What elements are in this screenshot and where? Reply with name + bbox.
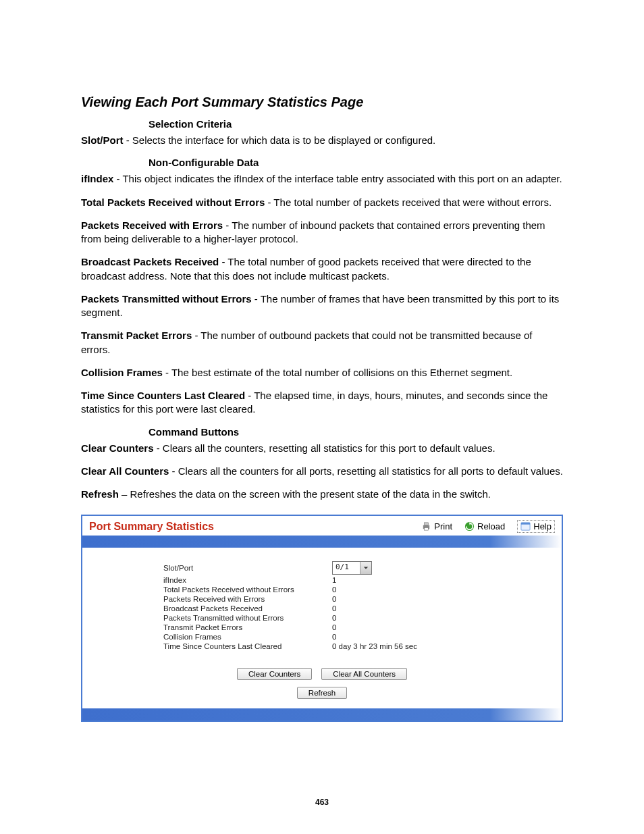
reload-label: Reload [477,521,505,531]
stat-value: 0 [332,604,541,613]
term: Packets Received with Errors [81,219,223,231]
stat-row: Collision Frames0 [103,633,541,641]
term: Time Since Counters Last Cleared [81,390,245,401]
section-command-buttons: Command Buttons [149,426,563,438]
def-clear-all-counters: Clear All Counters - Clears all the coun… [81,465,563,478]
stat-label: Broadcast Packets Received [103,604,332,613]
term: Transmit Packet Errors [81,330,192,341]
stat-value: 0 [332,585,541,594]
panel-header: Port Summary Statistics Print Reload [82,516,562,536]
term: Broadcast Packets Received [81,256,219,267]
term: Slot/Port [81,134,124,146]
panel-top-bar [82,536,562,548]
button-row-2: Refresh [103,687,541,699]
reload-icon [464,521,475,531]
svg-rect-1 [425,523,429,525]
text: - Clears all the counters, resetting all… [154,442,495,454]
term: Clear All Counters [81,465,169,477]
def-bpr: Broadcast Packets Received - The total n… [81,255,563,283]
stat-value: 0 [332,623,541,631]
stat-label: Total Packets Received without Errors [103,585,332,594]
button-row-1: Clear Counters Clear All Counters [103,668,541,680]
text: - The total number of packets received t… [265,197,552,208]
def-pre: Packets Received with Errors - The numbe… [81,219,563,246]
def-clear-counters: Clear Counters - Clears all the counters… [81,442,563,455]
stat-row: ifIndex1 [103,576,541,584]
text: - This object indicates the ifIndex of t… [113,173,562,184]
page-title: Viewing Each Port Summary Statistics Pag… [81,95,563,110]
reload-button[interactable]: Reload [464,521,505,531]
text: - Clears all the counters for all ports,… [169,465,563,477]
stat-label: Transmit Packet Errors [103,623,332,631]
slotport-select[interactable]: 0/1 [332,561,372,575]
help-label: Help [533,521,552,531]
section-non-configurable-data: Non-Configurable Data [149,157,563,168]
help-button[interactable]: Help [517,520,555,533]
chevron-down-icon [360,562,371,574]
stat-label: Packets Transmitted without Errors [103,614,332,622]
term: Collision Frames [81,367,163,378]
def-tpe: Transmit Packet Errors - The number of o… [81,329,563,357]
stat-label: Collision Frames [103,633,332,641]
term: Packets Transmitted without Errors [81,293,252,305]
refresh-button[interactable]: Refresh [297,687,347,699]
slotport-label: Slot/Port [103,564,332,572]
help-icon [520,521,531,531]
def-cf: Collision Frames - The best estimate of … [81,366,563,380]
def-slotport: Slot/Port - Selects the interface for wh… [81,134,563,147]
stat-row: Broadcast Packets Received0 [103,604,541,613]
stat-label: Packets Received with Errors [103,595,332,603]
stat-value: 0 day 3 hr 23 min 56 sec [332,642,541,650]
svg-rect-2 [425,528,429,531]
def-tsc: Time Since Counters Last Cleared - The e… [81,389,563,417]
clear-counters-button[interactable]: Clear Counters [237,668,312,680]
stat-row: Packets Transmitted without Errors0 [103,614,541,622]
print-label: Print [434,521,452,531]
svg-rect-5 [521,523,530,525]
term: Clear Counters [81,442,154,454]
section-selection-criteria: Selection Criteria [149,118,563,130]
stat-label: ifIndex [103,576,332,584]
term: Total Packets Received without Errors [81,197,265,208]
stat-row: Total Packets Received without Errors0 [103,585,541,594]
def-pte: Packets Transmitted without Errors - The… [81,292,563,320]
page-number: 463 [0,798,644,807]
text: – Refreshes the data on the screen with … [119,488,491,500]
stat-value: 0 [332,595,541,603]
print-button[interactable]: Print [421,521,452,531]
stat-value: 1 [332,576,541,584]
def-tpr: Total Packets Received without Errors - … [81,196,563,209]
panel-bottom-bar [82,708,562,721]
stat-label: Time Since Counters Last Cleared [103,642,332,650]
stat-value: 0 [332,614,541,622]
def-refresh: Refresh – Refreshes the data on the scre… [81,488,563,501]
text: - The best estimate of the total number … [163,367,512,378]
def-ifindex: ifIndex - This object indicates the ifIn… [81,172,563,186]
port-summary-panel: Port Summary Statistics Print Reload [81,515,563,722]
print-icon [421,521,431,531]
text: - Selects the interface for which data i… [124,134,436,146]
panel-title: Port Summary Statistics [89,521,421,533]
term: ifIndex [81,173,113,184]
term: Refresh [81,488,119,500]
panel-body: Slot/Port 0/1 ifIndex1Total Packets Rece… [82,548,562,708]
panel-actions: Print Reload Help [421,520,555,533]
stat-row: Transmit Packet Errors0 [103,623,541,631]
stat-value: 0 [332,633,541,641]
slotport-value: 0/1 [333,562,360,574]
slotport-row: Slot/Port 0/1 [103,561,541,575]
stat-row: Packets Received with Errors0 [103,595,541,603]
stat-row: Time Since Counters Last Cleared0 day 3 … [103,642,541,650]
clear-all-counters-button[interactable]: Clear All Counters [321,668,407,680]
